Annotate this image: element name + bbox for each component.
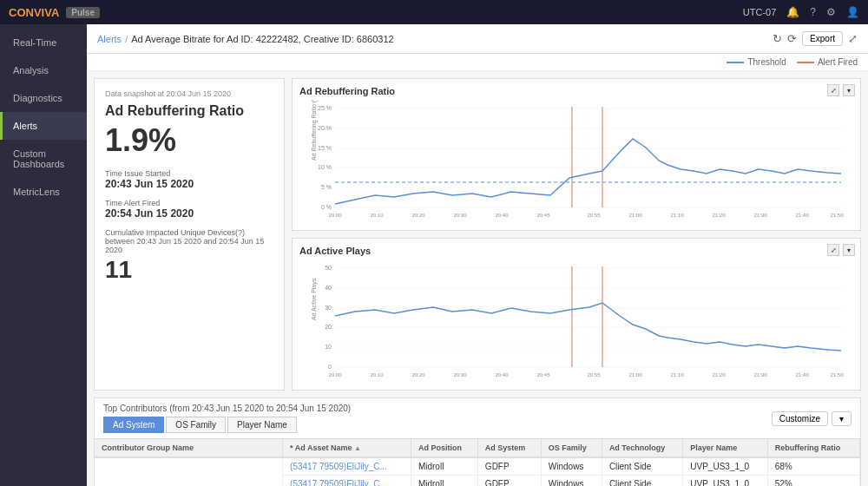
alert-fired-legend-label: Alert Fired	[818, 57, 858, 67]
rebuffering-ratio-chart: Ad Rebuffering Ratio ⤢ ▾ 25 % 20 % 15 % …	[292, 78, 861, 231]
col-contributor-group: Contributor Group Name	[95, 439, 283, 457]
ad-system-cell: GDFP	[477, 457, 541, 476]
ad-position-cell: Midroll	[411, 476, 477, 487]
ad-tech-cell: Client Side	[602, 476, 682, 487]
chart1-expand-icon[interactable]: ⤢	[827, 84, 839, 96]
svg-text:20:20: 20:20	[411, 213, 425, 218]
breadcrumb-bar: Alerts / Ad Average Bitrate for Ad ID: 4…	[87, 24, 868, 54]
asset-name-link[interactable]: (53417 79509)EliJily_C...	[290, 462, 387, 471]
main-layout: Real-Time Analysis Diagnostics Alerts Cu…	[0, 24, 868, 486]
svg-text:50: 50	[325, 265, 332, 271]
col-os-family: OS Family	[541, 439, 602, 457]
svg-text:21:50: 21:50	[830, 213, 844, 218]
chart2-title: Ad Active Plays	[299, 246, 853, 256]
user-icon[interactable]: 👤	[846, 6, 859, 18]
asset-name-cell: (53417 79509)EliJily_C...	[283, 457, 411, 476]
svg-text:10 %: 10 %	[318, 164, 332, 170]
alert-fired-legend: Alert Fired	[797, 57, 858, 67]
breadcrumb-left: Alerts / Ad Average Bitrate for Ad ID: 4…	[97, 34, 394, 44]
svg-text:21:10: 21:10	[670, 213, 684, 218]
asset-name-link[interactable]: (53417 79509)EliJily_C...	[290, 479, 387, 486]
svg-text:20:45: 20:45	[536, 213, 550, 218]
tab-os-family[interactable]: OS Family	[166, 417, 226, 433]
chart1-svg: 25 % 20 % 15 % 10 % 5 % 0 % Ad Rebufferi…	[299, 100, 853, 221]
cumulative-row: Cumulative Impacted Unique Devices(?) be…	[105, 228, 273, 284]
svg-text:21:10: 21:10	[670, 372, 684, 378]
customize-button[interactable]: Customize	[772, 411, 828, 426]
svg-text:21:40: 21:40	[795, 213, 809, 218]
svg-text:20:20: 20:20	[411, 372, 425, 378]
question-icon[interactable]: ?	[810, 6, 816, 18]
bell-icon[interactable]: 🔔	[786, 6, 799, 18]
sidebar-item-diagnostics[interactable]: Diagnostics	[0, 84, 87, 112]
svg-text:20: 20	[325, 324, 332, 330]
gear-icon[interactable]: ⚙	[826, 6, 836, 18]
os-family-cell: Windows	[541, 476, 602, 487]
chart2-expand-icon[interactable]: ⤢	[827, 244, 839, 256]
chart2-actions: ⤢ ▾	[827, 244, 855, 256]
player-name-cell: UVP_US3_1_0	[683, 476, 767, 487]
svg-text:25 %: 25 %	[318, 105, 332, 111]
left-metric-panel: Data snapshot at 20:04 Jun 15 2020 Ad Re…	[94, 78, 285, 391]
refresh-icon[interactable]: ↻	[773, 32, 782, 45]
asset-name-cell: (53417 79509)EliJily_C...	[283, 476, 411, 487]
chart2-menu-icon[interactable]: ▾	[843, 244, 855, 256]
svg-text:20:55: 20:55	[587, 372, 601, 378]
svg-text:20 %: 20 %	[318, 125, 332, 131]
right-charts: Ad Rebuffering Ratio ⤢ ▾ 25 % 20 % 15 % …	[292, 78, 861, 391]
expand-icon[interactable]: ⤢	[848, 32, 858, 45]
threshold-legend-label: Threshold	[747, 57, 786, 67]
table-tabs: Ad System OS Family Player Name	[103, 417, 351, 433]
svg-text:0 %: 0 %	[321, 204, 332, 210]
col-asset-name: * Ad Asset Name ▲	[283, 439, 411, 457]
ad-position-cell: Midroll	[411, 457, 477, 476]
tab-ad-system[interactable]: Ad System	[103, 417, 164, 433]
svg-text:Time (UTC-7): Time (UTC-7)	[571, 220, 608, 221]
table-header-title: Top Contributors (from 20:43 Jun 15 2020…	[103, 404, 351, 413]
alerts-breadcrumb-link[interactable]: Alerts	[97, 34, 122, 44]
alert-fired-line	[797, 62, 814, 63]
contributors-table-section: Top Contributors (from 20:43 Jun 15 2020…	[94, 397, 861, 486]
breadcrumb-actions: ↻ ⟳ Export ⤢	[773, 31, 858, 46]
sidebar-item-metriclens[interactable]: MetricLens	[0, 178, 87, 206]
svg-text:21:20: 21:20	[712, 372, 726, 378]
export-button[interactable]: Export	[802, 31, 843, 46]
logo: CONVIVA	[9, 6, 59, 19]
sidebar-item-realtime[interactable]: Real-Time	[0, 29, 87, 56]
chart1-menu-icon[interactable]: ▾	[843, 84, 855, 96]
sidebar-item-custom-dashboards[interactable]: Custom Dashboards	[0, 140, 87, 178]
svg-text:20:10: 20:10	[370, 213, 384, 218]
alert-fired-time-value: 20:54 Jun 15 2020	[105, 207, 273, 220]
breadcrumb-separator: /	[125, 34, 128, 44]
contributor-group-cell: GDFP Ad Rebuff Ratio 3.0% Cumulative Imp…	[95, 457, 283, 486]
col-ad-technology: Ad Technology	[602, 439, 682, 457]
cumulative-label: Cumulative Impacted Unique Devices(?) be…	[105, 228, 273, 254]
issue-started-row: Time Issue Started 20:43 Jun 15 2020	[105, 169, 273, 190]
svg-text:40: 40	[325, 285, 332, 291]
active-plays-chart: Ad Active Plays ⤢ ▾ 50 40 30 20 10 0	[292, 238, 861, 391]
table-header: Top Contributors (from 20:43 Jun 15 2020…	[95, 398, 860, 439]
issue-started-label: Time Issue Started	[105, 169, 273, 178]
svg-text:15 %: 15 %	[318, 145, 332, 151]
svg-text:5 %: 5 %	[321, 184, 332, 190]
table-header-actions: Customize ▾	[772, 411, 852, 426]
sidebar-item-alerts[interactable]: Alerts	[0, 112, 87, 140]
svg-text:Ad Rebuffering Ratio (%): Ad Rebuffering Ratio (%)	[311, 100, 318, 161]
sidebar-item-analysis[interactable]: Analysis	[0, 56, 87, 84]
chart-legend: Threshold Alert Fired	[87, 54, 868, 71]
tab-player-name[interactable]: Player Name	[227, 417, 297, 433]
rebuffering-ratio-cell: 68%	[767, 457, 859, 476]
svg-text:20:45: 20:45	[536, 372, 550, 378]
svg-text:21:30: 21:30	[753, 372, 767, 378]
table-filter-button[interactable]: ▾	[832, 411, 852, 426]
snapshot-text: Data snapshot at 20:04 Jun 15 2020	[105, 89, 273, 98]
svg-text:20:00: 20:00	[328, 213, 342, 218]
metric-value: 1.9%	[105, 122, 273, 159]
timezone-display: UTC-07	[743, 7, 777, 17]
back-icon[interactable]: ⟳	[787, 32, 797, 45]
svg-text:20:40: 20:40	[495, 213, 509, 218]
ad-system-cell: GDFP	[477, 476, 541, 487]
issue-started-value: 20:43 Jun 15 2020	[105, 178, 273, 190]
table-header-left: Top Contributors (from 20:43 Jun 15 2020…	[103, 404, 351, 433]
svg-text:21:40: 21:40	[795, 372, 809, 378]
